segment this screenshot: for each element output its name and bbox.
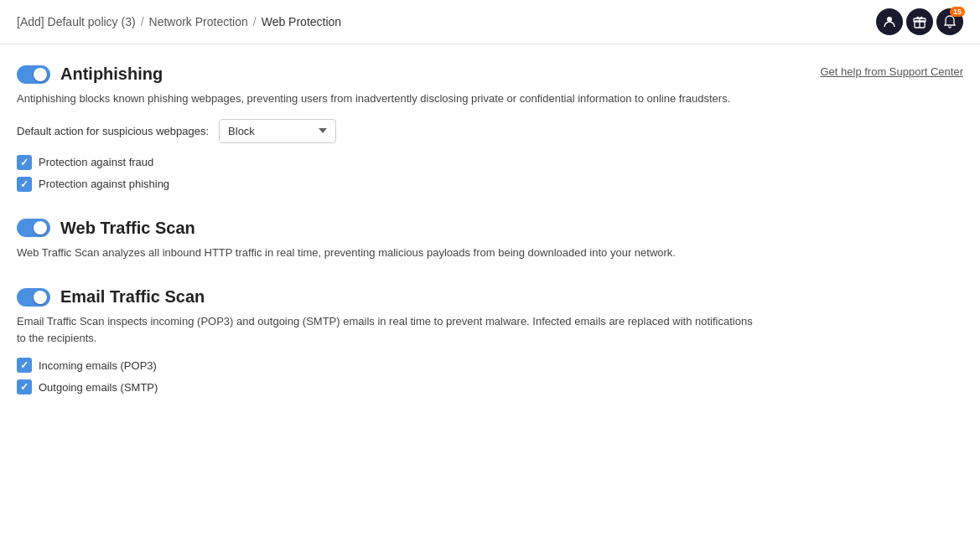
side-help: Get help from Support Center <box>779 64 963 421</box>
antiphishing-title: Antiphishing <box>60 64 163 84</box>
email-traffic-scan-title: Email Traffic Scan <box>60 287 205 307</box>
antiphishing-action-select[interactable]: Block Warn Allow <box>219 119 336 143</box>
antiphishing-fraud-row: Protection against fraud <box>17 155 762 170</box>
email-traffic-scan-section: Email Traffic Scan Email Traffic Scan in… <box>17 287 762 395</box>
header: [Add] Default policy (3) / Network Prote… <box>0 0 980 44</box>
antiphishing-phishing-label: Protection against phishing <box>39 178 169 190</box>
support-center-link[interactable]: Get help from Support Center <box>820 65 963 78</box>
web-traffic-scan-description: Web Traffic Scan analyzes all inbound HT… <box>17 245 762 261</box>
email-outgoing-label: Outgoing emails (SMTP) <box>39 381 158 394</box>
notification-badge: 15 <box>950 7 965 17</box>
web-traffic-scan-header: Web Traffic Scan <box>17 219 762 238</box>
breadcrumb-web-protection: Web Protection <box>262 15 341 28</box>
antiphishing-description: Antiphishing blocks known phishing webpa… <box>17 90 762 107</box>
content-area: Antiphishing Antiphishing blocks known p… <box>17 64 762 421</box>
email-traffic-scan-header: Email Traffic Scan <box>17 287 762 307</box>
antiphishing-fraud-checkbox[interactable] <box>17 155 32 170</box>
main-content: Antiphishing Antiphishing blocks known p… <box>0 44 980 441</box>
antiphishing-fraud-label: Protection against fraud <box>39 156 153 168</box>
web-traffic-scan-section: Web Traffic Scan Web Traffic Scan analyz… <box>17 219 762 261</box>
breadcrumb-policy[interactable]: [Add] Default policy (3) <box>17 15 136 28</box>
web-traffic-scan-title: Web Traffic Scan <box>60 219 195 238</box>
user-icon-button[interactable] <box>876 8 903 35</box>
email-traffic-scan-toggle[interactable] <box>17 288 50 307</box>
web-traffic-scan-toggle[interactable] <box>17 219 50 237</box>
breadcrumb-network-protection[interactable]: Network Protection <box>149 15 248 28</box>
email-incoming-checkbox[interactable] <box>17 358 32 373</box>
antiphishing-toggle[interactable] <box>17 65 50 84</box>
breadcrumb-sep-2: / <box>253 15 257 28</box>
antiphishing-header: Antiphishing <box>17 64 762 84</box>
email-outgoing-row: Outgoing emails (SMTP) <box>17 379 762 395</box>
antiphishing-dropdown-row: Default action for suspicious webpages: … <box>17 119 762 143</box>
email-outgoing-checkbox[interactable] <box>17 379 32 395</box>
antiphishing-dropdown-label: Default action for suspicious webpages: <box>17 125 209 137</box>
svg-point-0 <box>887 17 892 22</box>
antiphishing-phishing-row: Protection against phishing <box>17 177 762 192</box>
gift-icon-button[interactable] <box>906 8 933 35</box>
breadcrumb: [Add] Default policy (3) / Network Prote… <box>17 15 341 28</box>
antiphishing-section: Antiphishing Antiphishing blocks known p… <box>17 64 762 192</box>
email-traffic-scan-description: Email Traffic Scan inspects incoming (PO… <box>17 313 762 346</box>
breadcrumb-sep-1: / <box>141 15 144 28</box>
header-icons: 15 <box>876 8 963 35</box>
email-incoming-label: Incoming emails (POP3) <box>39 359 157 372</box>
antiphishing-phishing-checkbox[interactable] <box>17 177 32 192</box>
email-incoming-row: Incoming emails (POP3) <box>17 358 762 373</box>
notification-bell-button[interactable]: 15 <box>936 8 963 35</box>
